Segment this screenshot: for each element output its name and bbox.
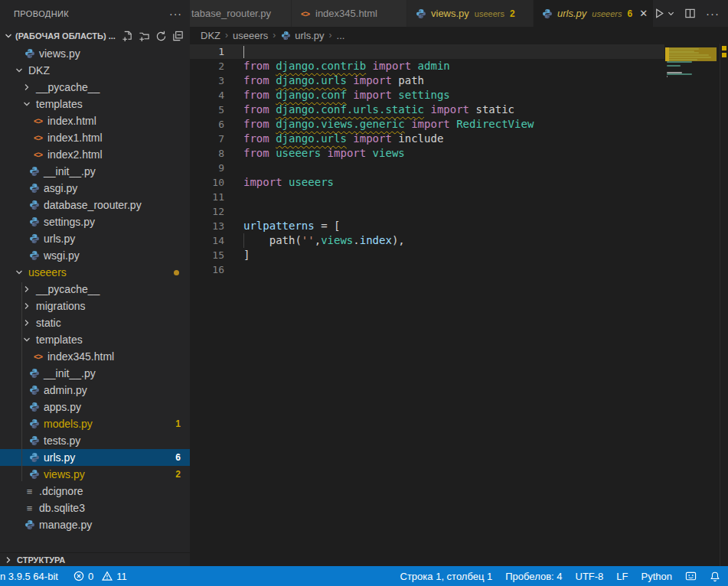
- tree-item-__pycache__[interactable]: __pycache__: [0, 281, 190, 298]
- tree-item-DKZ[interactable]: DKZ: [0, 62, 190, 79]
- warning-icon: [102, 571, 113, 581]
- tab-urls.py[interactable]: urls.pyuseeers6✕: [534, 0, 654, 27]
- code-line-7[interactable]: 7from django.urls import include: [190, 132, 664, 146]
- line-content: [243, 161, 250, 175]
- split-editor-button[interactable]: [684, 8, 696, 19]
- python-icon: [280, 30, 292, 41]
- line-number: 16: [190, 262, 224, 277]
- explorer-more-actions-icon[interactable]: ···: [169, 8, 182, 20]
- tree-item-models.py[interactable]: models.py1: [0, 415, 190, 432]
- tree-item-index.html[interactable]: <>index.html: [0, 112, 190, 129]
- breadcrumb-item-3[interactable]: ...: [337, 30, 345, 41]
- overview-ruler[interactable]: [720, 44, 728, 566]
- tree-item-database_roouter.py[interactable]: database_roouter.py: [0, 197, 190, 213]
- run-button[interactable]: [654, 8, 674, 19]
- tree-item-asgi.py[interactable]: asgi.py: [0, 180, 190, 197]
- notifications-bell-icon[interactable]: [710, 571, 720, 582]
- tree-item-index345.html[interactable]: <>index345.html: [0, 348, 190, 365]
- tree-item-manage.py[interactable]: manage.py: [0, 516, 190, 533]
- code-line-14[interactable]: 14 path('',views.index),: [190, 233, 664, 248]
- line-content: [243, 190, 250, 204]
- file-icon: ≡: [24, 486, 35, 497]
- line-content: from django.conf.urls.static import stat…: [243, 103, 514, 117]
- problems-status[interactable]: 0 11: [73, 571, 127, 582]
- tree-item-static[interactable]: static: [0, 314, 190, 331]
- tree-item-tests.py[interactable]: tests.py: [0, 432, 190, 449]
- chevron-right-icon: [3, 555, 14, 565]
- tree-item-migrations[interactable]: migrations: [0, 298, 190, 314]
- code-line-16[interactable]: 16: [190, 262, 664, 277]
- collapse-all-icon[interactable]: [172, 31, 184, 42]
- code-line-15[interactable]: 15]: [190, 248, 664, 262]
- tree-item-__init__.py[interactable]: __init__.py: [0, 365, 190, 382]
- python-interpreter[interactable]: n 3.9.5 64-bit: [0, 571, 58, 582]
- eol[interactable]: LF: [616, 571, 628, 582]
- code-editor[interactable]: 1 2from django.contrib import admin3from…: [190, 44, 728, 566]
- tree-item-label: urls.py: [44, 451, 75, 464]
- feedback-icon[interactable]: [685, 571, 697, 582]
- minimap-line: [667, 61, 692, 63]
- tree-item-index1.html[interactable]: <>index1.html: [0, 129, 190, 146]
- tree-item-urls.py[interactable]: urls.py: [0, 230, 190, 247]
- language-mode[interactable]: Python: [641, 571, 672, 582]
- tree-item-__init__.py[interactable]: __init__.py: [0, 163, 190, 180]
- python-icon: [415, 8, 426, 19]
- code-line-11[interactable]: 11: [190, 190, 664, 204]
- code-line-5[interactable]: 5from django.conf.urls.static import sta…: [190, 103, 664, 117]
- tree-item-db.sqlite3[interactable]: ≡db.sqlite3: [0, 500, 190, 516]
- encoding[interactable]: UTF-8: [576, 571, 604, 582]
- refresh-icon[interactable]: [155, 31, 167, 42]
- code-line-3[interactable]: 3from django.urls import path: [190, 73, 664, 88]
- new-folder-icon[interactable]: [139, 31, 150, 42]
- tree-item-views.py[interactable]: views.py: [0, 45, 190, 62]
- close-icon[interactable]: ✕: [639, 8, 648, 19]
- breadcrumb-item-0[interactable]: DKZ: [201, 30, 220, 41]
- tree-item-label: index2.html: [47, 148, 103, 161]
- tree-item-label: urls.py: [44, 233, 75, 245]
- code-line-6[interactable]: 6from django.views.generic import Redire…: [190, 117, 664, 132]
- folder-problems-dot: [174, 270, 179, 275]
- explorer-sidebar: ПРОВОДНИК ··· (РАБОЧАЯ ОБЛАСТЬ) ...: [0, 0, 190, 566]
- tab-views.py[interactable]: views.pyuseeers2: [407, 0, 534, 27]
- new-file-icon[interactable]: [122, 31, 133, 42]
- tree-item-templates[interactable]: templates: [0, 96, 190, 112]
- tree-item-__pycache__[interactable]: __pycache__: [0, 79, 190, 96]
- code-line-10[interactable]: 10import useeers: [190, 175, 664, 190]
- code-line-2[interactable]: 2from django.contrib import admin: [190, 59, 664, 73]
- outline-section-header[interactable]: СТРУКТУРА: [0, 552, 190, 566]
- tree-item-urls.py[interactable]: urls.py6: [0, 449, 190, 466]
- breadcrumb-item-2[interactable]: urls.py: [280, 30, 324, 41]
- tree-item-label: models.py: [44, 418, 93, 430]
- minimap-line: [667, 76, 668, 77]
- code-region[interactable]: 1 2from django.contrib import admin3from…: [190, 44, 664, 277]
- tab-index345.html[interactable]: <>index345.html: [292, 0, 407, 27]
- tree-item-wsgi.py[interactable]: wsgi.py: [0, 247, 190, 264]
- code-line-9[interactable]: 9: [190, 161, 664, 175]
- tree-item-settings.py[interactable]: settings.py: [0, 213, 190, 230]
- breadcrumb-item-1[interactable]: useeers: [233, 30, 268, 41]
- tree-item-index2.html[interactable]: <>index2.html: [0, 146, 190, 163]
- code-line-4[interactable]: 4from django.conf import settings: [190, 88, 664, 103]
- line-number: 5: [190, 103, 224, 117]
- line-content: [243, 44, 250, 59]
- code-line-13[interactable]: 13urlpatterns = [: [190, 219, 664, 233]
- line-content: from useeers import views: [243, 146, 405, 161]
- tree-item-admin.py[interactable]: admin.py: [0, 382, 190, 399]
- code-line-1[interactable]: 1: [190, 44, 664, 59]
- editor-more-actions-icon[interactable]: ···: [706, 7, 720, 20]
- tree-item-templates[interactable]: templates: [0, 331, 190, 348]
- tab-description: useeers: [592, 9, 622, 18]
- cursor-position[interactable]: Строка 1, столбец 1: [400, 571, 493, 582]
- line-number: 14: [190, 233, 224, 248]
- tree-item-views.py[interactable]: views.py2: [0, 466, 190, 483]
- code-line-8[interactable]: 8from useeers import views: [190, 146, 664, 161]
- minimap[interactable]: [664, 44, 720, 567]
- tree-item-apps.py[interactable]: apps.py: [0, 399, 190, 415]
- tree-item-useeers[interactable]: useeers: [0, 264, 190, 281]
- tab-tabase_roouter.py[interactable]: tabase_roouter.py: [190, 0, 292, 27]
- workspace-section-header[interactable]: (РАБОЧАЯ ОБЛАСТЬ) ...: [0, 27, 190, 45]
- indentation[interactable]: Пробелов: 4: [505, 571, 562, 582]
- line-number: 3: [190, 73, 224, 88]
- code-line-12[interactable]: 12: [190, 204, 664, 219]
- tree-item-.dcignore[interactable]: ≡.dcignore: [0, 483, 190, 500]
